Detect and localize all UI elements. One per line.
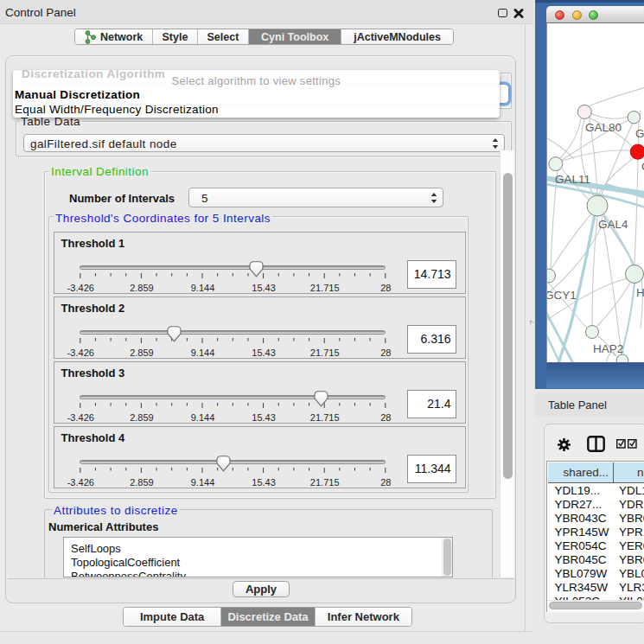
svg-text:GCY1: GCY1 <box>547 289 577 302</box>
svg-text:GAL11: GAL11 <box>555 173 590 186</box>
svg-text:HAP2: HAP2 <box>593 342 623 355</box>
svg-text:HAP1: HAP1 <box>636 286 644 299</box>
svg-text:GAL80: GAL80 <box>585 121 622 134</box>
svg-text:GAL4: GAL4 <box>598 218 628 231</box>
svg-text:GAL...: GAL... <box>635 127 644 140</box>
